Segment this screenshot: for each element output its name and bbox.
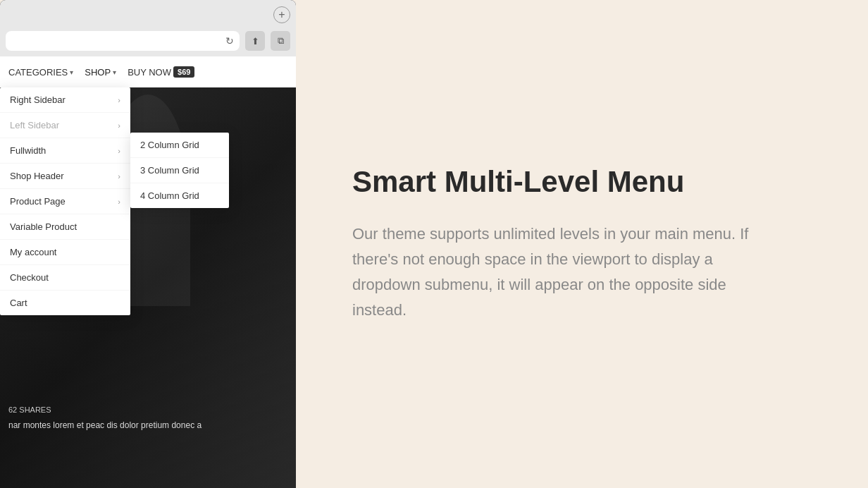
hero-overlay-text: 62 SHARES nar montes lorem et peac dis d… xyxy=(0,403,296,432)
nav-buy-now[interactable]: BUY NOW $69 xyxy=(128,66,194,78)
dropdown-item-shop-header[interactable]: Shop Header › xyxy=(0,164,130,189)
checkout-label: Checkout xyxy=(10,272,49,283)
main-dropdown: Right Sidebar › Left Sidebar › Fullwidth… xyxy=(0,87,130,315)
dropdown-item-product-page[interactable]: Product Page › xyxy=(0,189,130,214)
dropdown-overlay: Right Sidebar › Left Sidebar › Fullwidth… xyxy=(0,87,296,315)
sub-dropdown-item-4col[interactable]: 4 Column Grid xyxy=(130,183,229,208)
content-body: Our theme supports unlimited levels in y… xyxy=(352,221,761,324)
share-button[interactable]: ⬆ xyxy=(245,31,265,51)
dropdown-item-right-sidebar[interactable]: Right Sidebar › xyxy=(0,87,130,113)
content-title: Smart Multi-Level Menu xyxy=(352,164,812,200)
sub-dropdown: 2 Column Grid 3 Column Grid 4 Column Gri… xyxy=(130,133,229,208)
my-account-label: My account xyxy=(10,247,56,257)
4col-label: 4 Column Grid xyxy=(140,190,199,201)
nav-shop[interactable]: SHOP ▾ xyxy=(85,67,116,78)
dropdown-item-my-account[interactable]: My account xyxy=(0,240,130,265)
duplicate-button[interactable]: ⧉ xyxy=(271,31,290,51)
buy-now-badge: $69 xyxy=(173,66,194,78)
right-sidebar-arrow: › xyxy=(118,96,120,104)
fullwidth-label: Fullwidth xyxy=(10,145,46,156)
3col-label: 3 Column Grid xyxy=(140,165,199,176)
shop-chevron: ▾ xyxy=(113,68,116,76)
browser-controls: ↻ ⬆ ⧉ xyxy=(0,25,296,56)
shop-header-label: Shop Header xyxy=(10,171,64,181)
cart-label: Cart xyxy=(10,298,27,308)
buy-now-label: BUY NOW xyxy=(128,67,171,78)
dropdown-item-checkout[interactable]: Checkout xyxy=(0,265,130,291)
categories-chevron: ▾ xyxy=(70,68,73,76)
hero-shares: 62 SHARES xyxy=(8,405,287,414)
left-sidebar-arrow: › xyxy=(118,121,120,130)
sub-dropdown-item-3col[interactable]: 3 Column Grid xyxy=(130,158,229,183)
left-sidebar-label: Left Sidebar xyxy=(10,120,59,130)
reload-icon[interactable]: ↻ xyxy=(225,35,234,47)
product-page-label: Product Page xyxy=(10,196,66,207)
duplicate-icon: ⧉ xyxy=(278,35,284,47)
categories-label: CATEGORIES xyxy=(8,67,68,78)
nav-categories[interactable]: CATEGORIES ▾ xyxy=(8,67,73,78)
browser-tab-bar: + xyxy=(0,0,296,25)
shop-label: SHOP xyxy=(85,67,111,78)
2col-label: 2 Column Grid xyxy=(140,140,199,150)
sub-dropdown-item-2col[interactable]: 2 Column Grid xyxy=(130,133,229,158)
dropdown-item-left-sidebar[interactable]: Left Sidebar › xyxy=(0,113,130,138)
dropdown-item-cart[interactable]: Cart xyxy=(0,291,130,315)
website-nav: CATEGORIES ▾ SHOP ▾ BUY NOW $69 xyxy=(0,56,296,87)
variable-product-label: Variable Product xyxy=(10,221,77,232)
content-panel: Smart Multi-Level Menu Our theme support… xyxy=(296,0,868,488)
browser-chrome: + ↻ ⬆ ⧉ xyxy=(0,0,296,56)
shop-header-arrow: › xyxy=(118,172,120,181)
share-icon: ⬆ xyxy=(252,36,259,47)
product-page-arrow: › xyxy=(118,197,120,206)
new-tab-button[interactable]: + xyxy=(273,6,290,23)
browser-address-bar[interactable]: ↻ xyxy=(6,31,240,51)
fullwidth-arrow: › xyxy=(118,147,120,155)
dropdown-item-fullwidth[interactable]: Fullwidth › xyxy=(0,138,130,164)
dropdown-item-variable-product[interactable]: Variable Product xyxy=(0,214,130,240)
hero-body-text: nar montes lorem et peac dis dolor preti… xyxy=(8,420,287,432)
browser-panel: + ↻ ⬆ ⧉ CATEGORIES ▾ SHOP ▾ BUY NOW $69 xyxy=(0,0,296,488)
right-sidebar-label: Right Sidebar xyxy=(10,94,66,105)
